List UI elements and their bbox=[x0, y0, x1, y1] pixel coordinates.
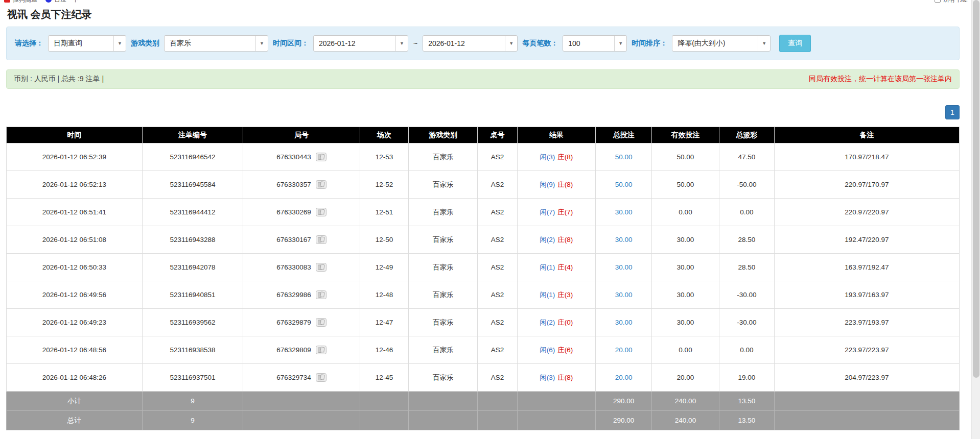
search-button[interactable]: 查询 bbox=[779, 35, 811, 52]
summary-valid-bet: 240.00 bbox=[652, 392, 719, 411]
time-sort-select[interactable]: 降幂(由大到小) ▼ bbox=[672, 35, 771, 52]
summary-empty-cell bbox=[517, 392, 595, 411]
summary-payout: 13.50 bbox=[719, 392, 774, 411]
total-bet-link[interactable]: 50.00 bbox=[615, 153, 633, 161]
cards-replay-icon[interactable] bbox=[316, 318, 326, 327]
cell-game: 百家乐 bbox=[409, 199, 478, 226]
cell-remark: 192.47/220.97 bbox=[774, 226, 959, 254]
cards-replay-icon[interactable] bbox=[316, 180, 326, 189]
cell-round: 676329734 bbox=[243, 364, 360, 392]
cell-result: 闲(2)庄(8) bbox=[517, 226, 595, 254]
summary-count: 9 bbox=[142, 411, 243, 430]
bookmark-item-sogou[interactable]: 搜狗高速 bbox=[4, 0, 37, 4]
total-bet-link[interactable]: 30.00 bbox=[615, 236, 633, 243]
baidu-icon bbox=[45, 0, 52, 3]
cell-bet-id: 523116944412 bbox=[142, 199, 243, 226]
cell-game: 百家乐 bbox=[409, 254, 478, 281]
cell-round: 676329986 bbox=[243, 281, 360, 309]
summary-valid-bet: 240.00 bbox=[652, 411, 719, 430]
page-1-button[interactable]: 1 bbox=[945, 105, 960, 119]
cell-result: 闲(7)庄(7) bbox=[517, 199, 595, 226]
cell-round: 676330357 bbox=[243, 171, 360, 199]
cell-result: 闲(9)庄(8) bbox=[517, 171, 595, 199]
result-player: 闲(1) bbox=[540, 291, 555, 299]
game-category-value: 百家乐 bbox=[165, 36, 255, 51]
game-category-select[interactable]: 百家乐 ▼ bbox=[164, 35, 268, 52]
result-banker: 庄(6) bbox=[557, 346, 573, 354]
cell-result: 闲(1)庄(3) bbox=[517, 281, 595, 309]
total-bet-link[interactable]: 30.00 bbox=[615, 319, 633, 326]
round-number: 676330083 bbox=[276, 263, 311, 271]
cell-session: 12-48 bbox=[360, 281, 408, 309]
cell-payout: -30.00 bbox=[719, 309, 774, 336]
result-player: 闲(1) bbox=[540, 263, 555, 271]
cell-session: 12-45 bbox=[360, 364, 408, 392]
cell-round: 676330083 bbox=[243, 254, 360, 281]
cell-round: 676330443 bbox=[243, 143, 360, 171]
result-player: 闲(3) bbox=[540, 374, 555, 381]
cell-game: 百家乐 bbox=[409, 364, 478, 392]
pagination: 1 bbox=[6, 105, 960, 119]
cards-replay-icon[interactable] bbox=[316, 153, 326, 161]
cell-total-bet: 30.00 bbox=[596, 309, 652, 336]
total-bet-link[interactable]: 30.00 bbox=[615, 263, 633, 271]
summary-total-bet: 290.00 bbox=[596, 411, 652, 430]
cell-table-no: AS2 bbox=[478, 281, 517, 309]
cell-remark: 220.97/220.97 bbox=[774, 199, 959, 226]
cell-remark: 204.97/223.97 bbox=[774, 364, 959, 392]
cards-replay-icon[interactable] bbox=[316, 290, 326, 299]
round-number: 676329809 bbox=[276, 346, 311, 354]
cell-session: 12-46 bbox=[360, 336, 408, 364]
cards-replay-icon[interactable] bbox=[316, 208, 326, 216]
cell-valid-bet: 50.00 bbox=[652, 143, 719, 171]
valid-bet-notice: 同局有效投注，统一计算在该局第一张注单内 bbox=[809, 75, 952, 84]
table-row: 2026-01-12 06:50:33 523116942078 6763300… bbox=[7, 254, 960, 281]
col-header-6: 结果 bbox=[517, 127, 595, 143]
cell-bet-id: 523116945584 bbox=[142, 171, 243, 199]
chevron-down-icon: ▼ bbox=[255, 36, 268, 51]
cell-total-bet: 30.00 bbox=[596, 199, 652, 226]
cell-total-bet: 30.00 bbox=[596, 254, 652, 281]
cell-table-no: AS2 bbox=[478, 143, 517, 171]
all-bookmarks-button[interactable]: 所有书签 bbox=[935, 0, 968, 4]
summary-empty-cell bbox=[774, 411, 959, 430]
cell-total-bet: 50.00 bbox=[596, 171, 652, 199]
cards-replay-icon[interactable] bbox=[316, 235, 326, 244]
cell-bet-id: 523116940851 bbox=[142, 281, 243, 309]
total-bet-link[interactable]: 20.00 bbox=[615, 346, 633, 354]
summary-empty-cell bbox=[478, 392, 517, 411]
cards-replay-icon[interactable] bbox=[316, 346, 326, 354]
table-row: 2026-01-12 06:49:23 523116939562 6763298… bbox=[7, 309, 960, 336]
total-bet-link[interactable]: 50.00 bbox=[615, 181, 633, 188]
cell-time: 2026-01-12 06:52:39 bbox=[7, 143, 143, 171]
query-type-select[interactable]: 日期查询 ▼ bbox=[48, 35, 126, 52]
cell-game: 百家乐 bbox=[409, 309, 478, 336]
cards-replay-icon[interactable] bbox=[316, 373, 326, 382]
table-row: 2026-01-12 06:51:41 523116944412 6763302… bbox=[7, 199, 960, 226]
summary-bar: 币别 : 人民币 | 总共 :9 注单 | 同局有效投注，统一计算在该局第一张注… bbox=[6, 69, 960, 89]
total-bet-link[interactable]: 30.00 bbox=[615, 291, 633, 299]
cell-total-bet: 50.00 bbox=[596, 143, 652, 171]
date-from-select[interactable]: 2026-01-12 ▼ bbox=[313, 35, 408, 52]
total-bet-link[interactable]: 20.00 bbox=[615, 374, 633, 381]
cell-session: 12-49 bbox=[360, 254, 408, 281]
summary-empty-cell bbox=[478, 411, 517, 430]
summary-empty-cell bbox=[243, 411, 360, 430]
date-to-select[interactable]: 2026-01-12 ▼ bbox=[423, 35, 518, 52]
total-bet-link[interactable]: 30.00 bbox=[615, 208, 633, 216]
result-player: 闲(3) bbox=[540, 153, 555, 161]
vertical-scrollbar[interactable] bbox=[971, 0, 980, 439]
cell-session: 12-51 bbox=[360, 199, 408, 226]
table-row: 2026-01-12 06:52:39 523116946542 6763304… bbox=[7, 143, 960, 171]
cell-remark: 193.97/163.97 bbox=[774, 281, 959, 309]
summary-payout: 13.50 bbox=[719, 411, 774, 430]
page-size-select[interactable]: 100 ▼ bbox=[563, 35, 627, 52]
cell-bet-id: 523116946542 bbox=[142, 143, 243, 171]
cell-table-no: AS2 bbox=[478, 254, 517, 281]
result-banker: 庄(4) bbox=[557, 263, 573, 271]
bookmark-item-baidu[interactable]: 百度一下 bbox=[45, 0, 79, 4]
scrollbar-thumb[interactable] bbox=[973, 0, 979, 378]
result-banker: 庄(0) bbox=[557, 319, 573, 326]
cell-valid-bet: 30.00 bbox=[652, 281, 719, 309]
cards-replay-icon[interactable] bbox=[316, 263, 326, 272]
